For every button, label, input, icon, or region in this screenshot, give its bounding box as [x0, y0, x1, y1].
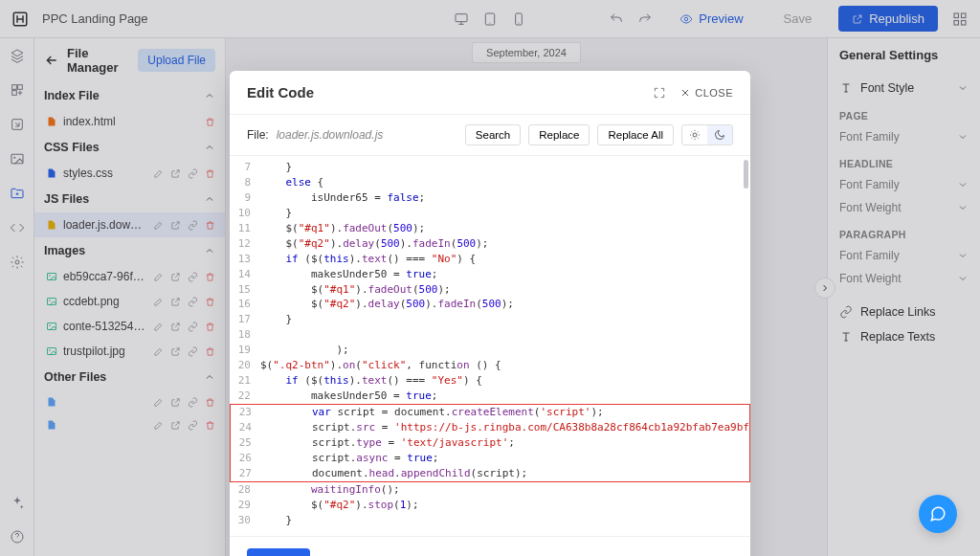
scrollbar-thumb[interactable]: [744, 160, 748, 189]
code-line[interactable]: 20$(".q2-btn").on("click", function () {: [230, 358, 750, 373]
code-line[interactable]: 10 }: [230, 206, 750, 221]
code-line[interactable]: 15 $("#q1").fadeOut(500);: [230, 282, 750, 298]
code-line[interactable]: 11 $("#q1").fadeOut(500);: [230, 221, 750, 236]
code-line[interactable]: 26 script.async = true;: [231, 451, 749, 466]
code-line[interactable]: 29 $("#q2").stop(1);: [230, 498, 750, 513]
replace-all-button[interactable]: Replace All: [597, 124, 674, 145]
theme-toggle[interactable]: [681, 124, 733, 145]
modal-save-button[interactable]: Save: [247, 548, 310, 557]
file-label: File:: [247, 128, 269, 142]
edit-code-modal: Edit Code CLOSE File: loader.js.download…: [230, 71, 750, 556]
code-line[interactable]: 30 }: [230, 513, 750, 528]
code-line[interactable]: 22 makesUnder50 = true;: [230, 389, 750, 404]
code-line[interactable]: 21 if ($(this).text() === "Yes") {: [230, 373, 750, 389]
code-line[interactable]: 18: [230, 327, 750, 343]
modal-overlay: Edit Code CLOSE File: loader.js.download…: [0, 0, 980, 556]
code-line[interactable]: 12 $("#q2").delay(500).fadeIn(500);: [230, 236, 750, 252]
code-line[interactable]: 9 isUnder65 = false;: [230, 190, 750, 206]
code-line[interactable]: 13 if ($(this).text() === "No") {: [230, 252, 750, 267]
code-line[interactable]: 25 script.type = 'text/javascript';: [231, 435, 749, 451]
code-line[interactable]: 28 waitingInfo();: [230, 482, 750, 498]
code-line[interactable]: 8 else {: [230, 175, 750, 190]
file-name: loader.js.download.js: [277, 128, 457, 142]
code-line[interactable]: 7 }: [230, 160, 750, 175]
code-line[interactable]: 27 document.head.appendChild(script);: [231, 466, 749, 481]
light-theme-icon[interactable]: [682, 125, 707, 145]
code-line[interactable]: 24 script.src = 'https://b-js.ringba.com…: [231, 420, 749, 435]
expand-icon[interactable]: [653, 86, 666, 100]
close-button[interactable]: CLOSE: [679, 87, 733, 99]
modal-title: Edit Code: [247, 84, 639, 100]
code-line[interactable]: 17 }: [230, 312, 750, 327]
replace-button[interactable]: Replace: [528, 124, 590, 145]
code-line[interactable]: 19 );: [230, 343, 750, 358]
help-chat-button[interactable]: [919, 495, 957, 533]
search-button[interactable]: Search: [465, 124, 521, 145]
code-editor[interactable]: 7 }8 else {9 isUnder65 = false;10 }11 $(…: [230, 156, 750, 536]
close-icon: [679, 87, 691, 99]
code-line[interactable]: 23 var script = document.createElement('…: [231, 405, 749, 420]
dark-theme-icon[interactable]: [707, 125, 732, 145]
code-line[interactable]: 14 makesUnder50 = true;: [230, 267, 750, 282]
code-line[interactable]: 16 $("#q2").delay(500).fadeIn(500);: [230, 297, 750, 312]
